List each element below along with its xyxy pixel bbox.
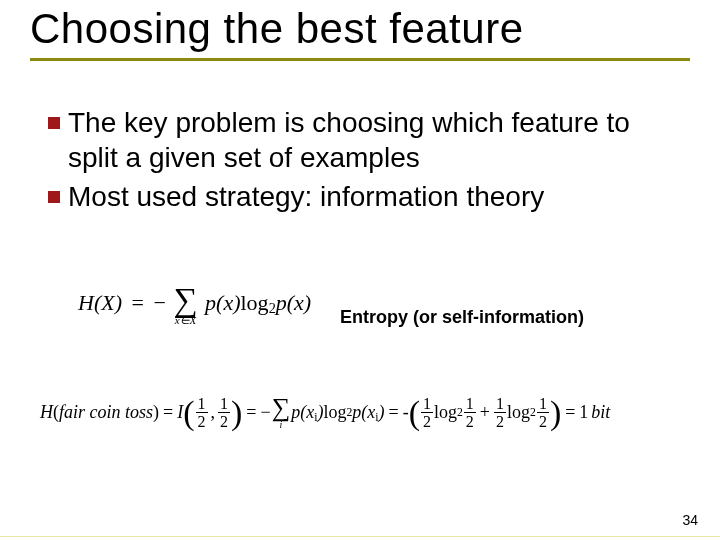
- footer-rule: [0, 536, 720, 537]
- sigma-icon: ∑ x∈X: [173, 283, 197, 326]
- fraction-half: 1 2: [196, 396, 208, 430]
- eq-log-base: 2: [269, 300, 276, 316]
- page-number: 34: [682, 512, 698, 528]
- title-underline: [30, 58, 690, 61]
- eq2-result-value: 1: [579, 402, 588, 423]
- eq2-arg: fair coin toss: [59, 402, 153, 423]
- eq2-eq2: =: [246, 402, 256, 423]
- eq-px2: p(x): [276, 290, 311, 315]
- entropy-caption: Entropy (or self-information): [340, 307, 584, 328]
- eq-log: log: [241, 290, 269, 315]
- fraction-half: 1 2: [464, 396, 476, 430]
- sigma-icon: ∑ i: [272, 395, 291, 430]
- slide-title: Choosing the best feature: [30, 6, 690, 52]
- bullet-text: The key problem is choosing which featur…: [68, 105, 663, 175]
- eq2-eq4: =: [565, 402, 575, 423]
- eq2-eq1: =: [163, 402, 173, 423]
- eq2-pxi2: p(xi): [352, 402, 384, 424]
- coin-entropy-formula: H(fair coin toss) = I( 1 2 , 1 2 ) = − ∑…: [40, 395, 688, 430]
- eq-minus: −: [153, 290, 165, 315]
- eq-lhs: H(X): [78, 290, 122, 315]
- eq2-pxi: p(xi): [291, 402, 323, 424]
- fraction-half: 1 2: [218, 396, 230, 430]
- eq2-neg: −: [260, 402, 270, 423]
- slide: Choosing the best feature The key proble…: [0, 0, 720, 540]
- title-block: Choosing the best feature: [30, 6, 690, 61]
- eq2-eq3: =: [389, 402, 399, 423]
- sum-limits: x∈X: [173, 315, 197, 326]
- bullet-marker-icon: [48, 117, 60, 129]
- sum-limits: i: [280, 420, 283, 430]
- fraction-half: 1 2: [494, 396, 506, 430]
- bullet-text: Most used strategy: information theory: [68, 179, 663, 214]
- bullet-marker-icon: [48, 191, 60, 203]
- eq-px: p(x): [205, 290, 240, 315]
- fraction-half: 1 2: [421, 396, 433, 430]
- eq-equals: =: [131, 290, 143, 315]
- entropy-formula: H(X) = − ∑ x∈X p(x)log2p(x): [78, 283, 311, 326]
- bullet-item: Most used strategy: information theory: [48, 179, 663, 214]
- bullet-item: The key problem is choosing which featur…: [48, 105, 663, 175]
- eq2-result-unit: bit: [591, 402, 610, 423]
- body-content: The key problem is choosing which featur…: [48, 105, 663, 218]
- eq2-H: H: [40, 402, 53, 423]
- eq2-neg2: -: [403, 402, 409, 423]
- fraction-half: 1 2: [537, 396, 549, 430]
